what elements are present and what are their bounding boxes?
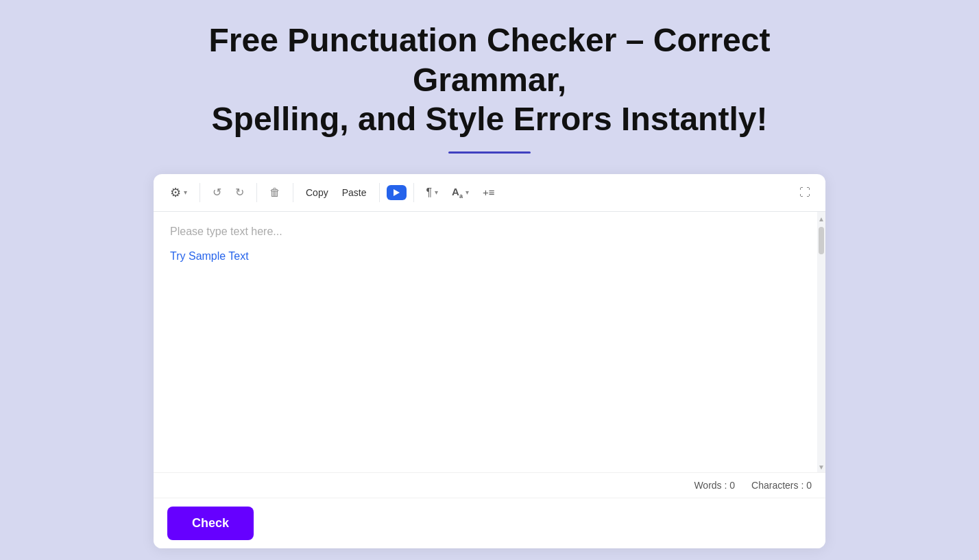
divider-1 xyxy=(200,183,200,202)
page-title: Free Punctuation Checker – Correct Gramm… xyxy=(181,21,798,139)
fullscreen-icon: ⛶ xyxy=(799,186,810,198)
text-area-wrapper[interactable]: Please type text here... Try Sample Text xyxy=(154,212,817,472)
font-size-icon: Aa xyxy=(452,186,463,199)
paragraph-chevron-icon: ▾ xyxy=(435,188,438,196)
settings-chevron-icon: ▾ xyxy=(184,188,187,196)
copy-button[interactable]: Copy xyxy=(300,183,334,202)
fullscreen-button[interactable]: ⛶ xyxy=(795,181,814,204)
font-chevron-icon: ▾ xyxy=(466,188,469,196)
divider-5 xyxy=(413,183,414,202)
editor-body: Please type text here... Try Sample Text… xyxy=(154,212,825,472)
undo-icon: ↺ xyxy=(213,186,221,199)
more-options-icon: +≡ xyxy=(483,186,495,198)
divider-3 xyxy=(293,183,293,202)
check-button[interactable]: Check xyxy=(167,507,254,540)
scrollbar-thumb[interactable] xyxy=(819,227,824,254)
more-options-button[interactable]: +≡ xyxy=(477,182,500,202)
placeholder-text: Please type text here... xyxy=(170,226,282,238)
gear-icon: ⚙ xyxy=(170,185,181,200)
undo-button[interactable]: ↺ xyxy=(207,182,227,203)
trash-icon: 🗑 xyxy=(269,186,280,199)
editor-stats-footer: Words : 0 Characters : 0 xyxy=(154,472,825,498)
redo-button[interactable]: ↻ xyxy=(230,182,250,203)
scrollbar-up-button[interactable]: ▲ xyxy=(817,215,825,224)
play-icon xyxy=(394,189,400,196)
paste-label: Paste xyxy=(342,187,367,198)
divider-4 xyxy=(379,183,380,202)
sample-text-link[interactable]: Try Sample Text xyxy=(170,250,801,263)
copy-label: Copy xyxy=(306,187,328,198)
editor-bottom-bar: Check xyxy=(154,498,825,548)
redo-icon: ↻ xyxy=(235,186,244,199)
paragraph-icon: ¶ xyxy=(426,186,433,199)
font-size-button[interactable]: Aa ▾ xyxy=(446,182,474,204)
toolbar: ⚙ ▾ ↺ ↻ 🗑 Copy Pa xyxy=(154,174,825,212)
characters-count: Characters : 0 xyxy=(751,480,812,491)
editor-container: ⚙ ▾ ↺ ↻ 🗑 Copy Pa xyxy=(154,174,825,548)
settings-button[interactable]: ⚙ ▾ xyxy=(165,181,193,204)
paragraph-button[interactable]: ¶ ▾ xyxy=(421,182,444,203)
scrollbar-track: ▲ ▼ xyxy=(817,212,825,472)
words-count: Words : 0 xyxy=(694,480,735,491)
paste-button[interactable]: Paste xyxy=(337,183,372,202)
toolbar-left-group: ⚙ ▾ ↺ ↻ 🗑 Copy Pa xyxy=(165,181,500,204)
title-underline xyxy=(448,151,531,154)
delete-button[interactable]: 🗑 xyxy=(264,182,286,203)
divider-2 xyxy=(256,183,257,202)
play-button[interactable] xyxy=(387,185,407,200)
scrollbar-down-button[interactable]: ▼ xyxy=(817,463,825,472)
